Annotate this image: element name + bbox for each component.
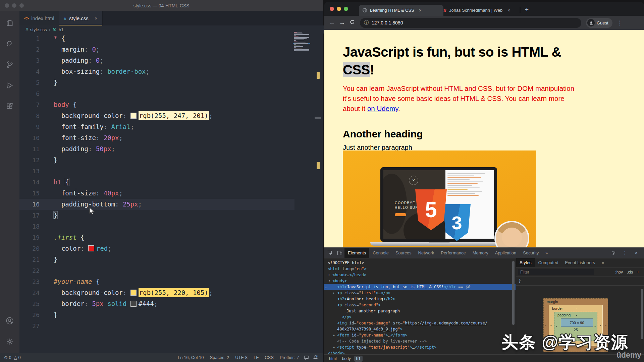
styles-tab-[interactable]: » bbox=[598, 258, 607, 267]
color-swatch[interactable] bbox=[130, 290, 137, 296]
dom-node[interactable]: ▾<body> bbox=[324, 278, 516, 284]
code-line[interactable]: 20 color: red; bbox=[19, 243, 294, 254]
forward-button[interactable]: → bbox=[337, 19, 347, 26]
overview-ruler-handle[interactable] bbox=[315, 117, 321, 119]
expand-arrow-icon[interactable]: ▸ bbox=[333, 290, 335, 296]
devtools-tab-[interactable]: » bbox=[542, 248, 551, 258]
devtools-menu-icon[interactable]: ⋮ bbox=[620, 250, 630, 256]
site-info-icon[interactable]: ⓘ bbox=[364, 20, 369, 26]
code-line[interactable]: 8 background-color: rgb(255, 247, 201); bbox=[19, 110, 294, 121]
pseudo-class-buttons[interactable]: :hov.cls+ bbox=[615, 270, 644, 275]
color-swatch[interactable] bbox=[130, 113, 137, 119]
back-button[interactable]: ← bbox=[327, 19, 337, 26]
dom-node[interactable]: <img id="course-image" src="https://img-… bbox=[324, 320, 516, 326]
filter-input[interactable]: Filter bbox=[518, 269, 594, 275]
code-line[interactable]: 13 bbox=[19, 166, 294, 177]
dom-node[interactable]: …<h1>JavaScript is fun, but so is HTML &… bbox=[324, 284, 516, 290]
elements-scrollbar[interactable] bbox=[512, 261, 515, 325]
dom-node[interactable]: <h2>Another heading</h2> bbox=[324, 296, 516, 302]
code-line[interactable]: 14h1 { bbox=[19, 177, 294, 188]
tab-style-css[interactable]: # style.css × bbox=[59, 11, 103, 25]
code-line[interactable]: 4 box-sizing: border-box; bbox=[19, 66, 294, 77]
code-line[interactable]: 6 bbox=[19, 88, 294, 99]
box-model-content[interactable]: 700 × 90 bbox=[561, 318, 593, 327]
styles-tab-styles[interactable]: Styles bbox=[516, 258, 535, 267]
status-item[interactable]: UTF-8 bbox=[235, 355, 248, 360]
code-line[interactable]: 18 bbox=[19, 221, 294, 232]
code-line[interactable]: 24 background-color: rgb(255, 220, 105); bbox=[19, 287, 294, 298]
close-tab-icon[interactable]: × bbox=[419, 8, 422, 13]
code-line[interactable]: 26} bbox=[19, 309, 294, 320]
zoom-button[interactable] bbox=[344, 7, 348, 11]
devtools-tab-sources[interactable]: Sources bbox=[392, 248, 415, 258]
code-line[interactable]: 1* { bbox=[19, 33, 294, 44]
code-line[interactable]: 16 padding-bottom: 25px; bbox=[19, 199, 294, 210]
styles-scrollbar[interactable] bbox=[641, 289, 643, 339]
dom-node[interactable]: 480x270/437398_46c3_9.jpg"> bbox=[324, 326, 516, 332]
search-icon[interactable] bbox=[0, 36, 19, 52]
new-tab-button[interactable]: + bbox=[525, 6, 529, 13]
extensions-icon[interactable] bbox=[0, 98, 19, 114]
dom-node[interactable]: ▸<form id="your-name">…</form> bbox=[324, 332, 516, 338]
settings-gear-icon[interactable] bbox=[0, 334, 19, 350]
code-line[interactable]: 17} bbox=[19, 210, 294, 221]
run-debug-icon[interactable] bbox=[0, 77, 19, 94]
status-right-items[interactable]: Ln 16, Col 10Spaces: 2UTF-8LFCSSPrettier… bbox=[178, 355, 304, 360]
account-icon[interactable] bbox=[0, 313, 19, 329]
devtools-tab-application[interactable]: Application bbox=[492, 248, 520, 258]
dom-node[interactable]: </p> bbox=[324, 314, 516, 320]
minimap[interactable] bbox=[293, 32, 310, 53]
status-item[interactable]: Spaces: 2 bbox=[210, 355, 229, 360]
code-line[interactable]: 21} bbox=[19, 254, 294, 265]
devtools-tab-memory[interactable]: Memory bbox=[469, 248, 492, 258]
udemy-link[interactable]: on Udemy bbox=[367, 105, 398, 112]
status-item[interactable]: Prettier: ✓ bbox=[280, 355, 300, 360]
browser-tab-active[interactable]: Learning HTML & CSS × bbox=[359, 5, 443, 16]
url-text[interactable]: 127.0.0.1:8080 bbox=[372, 20, 403, 25]
inspect-element-icon[interactable] bbox=[324, 250, 334, 256]
status-item[interactable]: Ln 16, Col 10 bbox=[178, 355, 204, 360]
code-line[interactable]: 22 bbox=[19, 265, 294, 276]
errors-indicator[interactable]: ⊘ 0 △ 0 bbox=[4, 355, 21, 360]
devtools-tab-elements[interactable]: Elements bbox=[344, 248, 369, 258]
breadcrumb-item-body[interactable]: body bbox=[340, 356, 353, 362]
tab-index-html[interactable]: <> index.html bbox=[19, 11, 59, 25]
dom-node[interactable]: <html lang="en"> bbox=[324, 266, 516, 272]
dom-node[interactable]: ▸<head>…</head> bbox=[324, 272, 516, 278]
vscode-titlebar[interactable]: style.css — 04-HTML-CSS bbox=[0, 0, 323, 11]
devtools-settings-gear-icon[interactable] bbox=[608, 250, 619, 256]
code-line[interactable]: 12} bbox=[19, 155, 294, 166]
device-toolbar-icon[interactable] bbox=[334, 250, 344, 256]
code-line[interactable]: 5} bbox=[19, 77, 294, 88]
styles-tab-computed[interactable]: Computed bbox=[535, 258, 561, 267]
code-line[interactable]: 25 border: 5px solid #444; bbox=[19, 298, 294, 309]
code-line[interactable]: 11 padding: 50px; bbox=[19, 143, 294, 155]
code-line[interactable]: 27 bbox=[19, 320, 294, 331]
code-line[interactable]: 10 font-size: 20px; bbox=[19, 132, 294, 143]
expand-arrow-icon[interactable]: ▸ bbox=[328, 272, 330, 278]
dom-node[interactable]: ▸<p class="first">…</p> bbox=[324, 290, 516, 296]
close-tab-icon[interactable]: × bbox=[95, 15, 98, 21]
dom-node[interactable]: <!DOCTYPE html> bbox=[324, 260, 516, 266]
code-editor[interactable]: 1* {2 margin: 0;3 padding: 0;4 box-sizin… bbox=[19, 34, 294, 353]
devtools-tab-network[interactable]: Network bbox=[415, 248, 438, 258]
breadcrumb-item-h1[interactable]: h1 bbox=[354, 356, 363, 362]
styles-tab-eventlisteners[interactable]: Event Listeners bbox=[561, 258, 598, 267]
color-swatch[interactable] bbox=[130, 301, 137, 307]
vscode-traffic-lights[interactable] bbox=[5, 3, 24, 8]
close-tab-icon[interactable]: × bbox=[507, 8, 510, 13]
bell-icon[interactable] bbox=[313, 355, 318, 360]
devtools-close-icon[interactable]: × bbox=[631, 250, 641, 256]
minimize-button[interactable] bbox=[12, 3, 16, 8]
chrome-traffic-lights[interactable] bbox=[330, 7, 348, 11]
code-line[interactable]: 3 padding: 0; bbox=[19, 55, 294, 66]
code-line[interactable]: 15 font-size: 40px; bbox=[19, 188, 294, 199]
feedback-icon[interactable] bbox=[304, 355, 309, 360]
status-item[interactable]: CSS bbox=[265, 355, 274, 360]
pseudo-button[interactable]: :hov bbox=[615, 270, 623, 275]
status-item[interactable]: LF bbox=[254, 355, 259, 360]
pseudo-button[interactable]: .cls bbox=[627, 270, 633, 275]
code-line[interactable]: 2 margin: 0; bbox=[19, 44, 294, 55]
dom-node[interactable]: Just another paragraph bbox=[324, 308, 516, 314]
profile-button[interactable]: Guest bbox=[586, 18, 612, 28]
